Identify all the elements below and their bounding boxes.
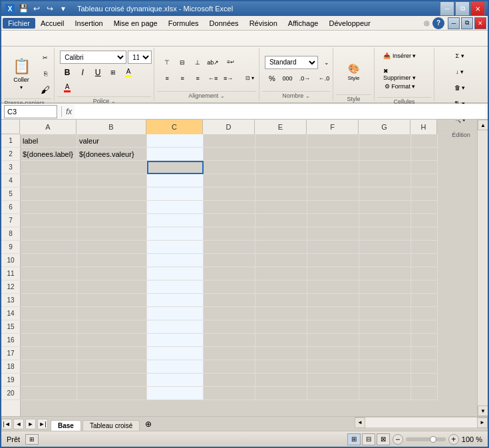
cell-A17[interactable] — [21, 347, 77, 360]
somme-btn[interactable]: Σ ▾ — [440, 51, 480, 65]
sheet-nav-prev[interactable]: ◄ — [13, 419, 24, 429]
cell-G16[interactable] — [359, 334, 411, 347]
row-number-17[interactable]: 17 — [1, 347, 20, 360]
undo-quick-btn[interactable]: ↩ — [31, 3, 43, 15]
couper-btn[interactable]: ✂ — [37, 51, 53, 65]
cell-G1[interactable] — [359, 134, 411, 148]
minimize-btn[interactable]: ─ — [440, 1, 454, 16]
cell-D16[interactable] — [204, 334, 255, 347]
cell-H2[interactable] — [411, 148, 438, 161]
cell-E10[interactable] — [255, 254, 307, 267]
customize-quick-btn[interactable]: ▾ — [57, 3, 69, 15]
col-header-C[interactable]: C — [146, 120, 203, 134]
cell-F6[interactable] — [307, 201, 359, 214]
cell-B11[interactable] — [77, 267, 147, 280]
help-btn[interactable]: ? — [432, 17, 444, 29]
menu-formules[interactable]: Formules — [163, 18, 204, 29]
scroll-up-btn[interactable]: ▲ — [478, 120, 488, 130]
row-number-14[interactable]: 14 — [1, 307, 20, 320]
sheet-nav-last[interactable]: ►| — [37, 419, 48, 429]
cell-E15[interactable] — [255, 320, 307, 334]
cell-F7[interactable] — [307, 214, 359, 227]
cell-D7[interactable] — [204, 214, 255, 227]
scroll-left-btn[interactable]: ◄ — [355, 417, 365, 428]
style-btn[interactable]: 🎨 Style — [339, 52, 369, 92]
cell-C8[interactable] — [147, 227, 204, 241]
restore-btn[interactable]: ⧉ — [455, 1, 470, 16]
cell-C19[interactable] — [147, 374, 204, 387]
menu-revision[interactable]: Révision — [244, 18, 283, 29]
cell-A14[interactable] — [21, 307, 77, 320]
copier-btn[interactable]: ⎘ — [37, 66, 53, 81]
cell-H1[interactable] — [411, 134, 438, 148]
cell-H3[interactable] — [411, 161, 438, 174]
cell-E20[interactable] — [255, 387, 307, 400]
cell-A18[interactable] — [21, 360, 77, 374]
sheet-nav-next[interactable]: ► — [25, 419, 36, 429]
cell-G12[interactable] — [359, 280, 411, 294]
insert-sheet-btn[interactable]: ⊕ — [141, 417, 156, 431]
cell-G14[interactable] — [359, 307, 411, 320]
cell-H18[interactable] — [411, 360, 438, 374]
row-number-16[interactable]: 16 — [1, 334, 20, 347]
row-number-1[interactable]: 1 — [1, 134, 20, 148]
cell-B6[interactable] — [77, 201, 147, 214]
row-number-9[interactable]: 9 — [1, 241, 20, 254]
cell-C5[interactable] — [147, 187, 204, 201]
cell-E12[interactable] — [255, 280, 307, 294]
cell-D5[interactable] — [204, 187, 255, 201]
row-number-8[interactable]: 8 — [1, 227, 20, 241]
cell-G8[interactable] — [359, 227, 411, 241]
cell-A11[interactable] — [21, 267, 77, 280]
cell-B15[interactable] — [77, 320, 147, 334]
wrap-text-btn[interactable]: ≡↵ — [221, 55, 241, 70]
cell-C15[interactable] — [147, 320, 204, 334]
zoom-thumb[interactable] — [430, 436, 436, 443]
cell-C11[interactable] — [147, 267, 204, 280]
align-middle-btn[interactable]: ⊟ — [175, 55, 190, 70]
cell-H5[interactable] — [411, 187, 438, 201]
cell-F14[interactable] — [307, 307, 359, 320]
cell-G17[interactable] — [359, 347, 411, 360]
format-expand-btn[interactable]: ⌄ — [319, 55, 334, 70]
cell-E19[interactable] — [255, 374, 307, 387]
close-btn[interactable]: ✕ — [470, 1, 485, 16]
align-center-btn[interactable]: ≡ — [175, 71, 190, 86]
effacer-btn[interactable]: 🗑 ▾ — [440, 82, 480, 97]
cell-D10[interactable] — [204, 254, 255, 267]
cell-H17[interactable] — [411, 347, 438, 360]
view-layout-btn[interactable]: ⊟ — [362, 433, 375, 445]
cell-E18[interactable] — [255, 360, 307, 374]
cell-D11[interactable] — [204, 267, 255, 280]
cell-G18[interactable] — [359, 360, 411, 374]
cell-G20[interactable] — [359, 387, 411, 400]
cell-E1[interactable] — [255, 134, 307, 148]
underline-btn[interactable]: U — [90, 65, 105, 80]
cell-E9[interactable] — [255, 241, 307, 254]
row-number-5[interactable]: 5 — [1, 187, 20, 201]
font-size-select[interactable]: 11 — [128, 51, 152, 64]
cell-A15[interactable] — [21, 320, 77, 334]
thousands-btn[interactable]: 000 — [280, 71, 295, 86]
indent-dec-btn[interactable]: ←≡ — [206, 71, 220, 86]
cell-G4[interactable] — [359, 174, 411, 187]
align-right-btn[interactable]: ≡ — [190, 71, 205, 86]
menu-affichage[interactable]: Affichage — [283, 18, 324, 29]
cell-B3[interactable] — [77, 161, 147, 174]
cell-F9[interactable] — [307, 241, 359, 254]
col-header-A[interactable]: A — [20, 120, 77, 134]
cell-H12[interactable] — [411, 280, 438, 294]
cell-D13[interactable] — [204, 294, 255, 307]
cell-F13[interactable] — [307, 294, 359, 307]
cell-C3[interactable] — [147, 161, 204, 174]
cell-G2[interactable] — [359, 148, 411, 161]
cell-H14[interactable] — [411, 307, 438, 320]
row-number-7[interactable]: 7 — [1, 214, 20, 227]
cell-C20[interactable] — [147, 387, 204, 400]
col-header-G[interactable]: G — [359, 120, 410, 134]
cell-F5[interactable] — [307, 187, 359, 201]
cell-F2[interactable] — [307, 148, 359, 161]
sheet-tab-tableau-croise[interactable]: Tableau croisé — [82, 420, 140, 431]
cell-C14[interactable] — [147, 307, 204, 320]
cell-H9[interactable] — [411, 241, 438, 254]
